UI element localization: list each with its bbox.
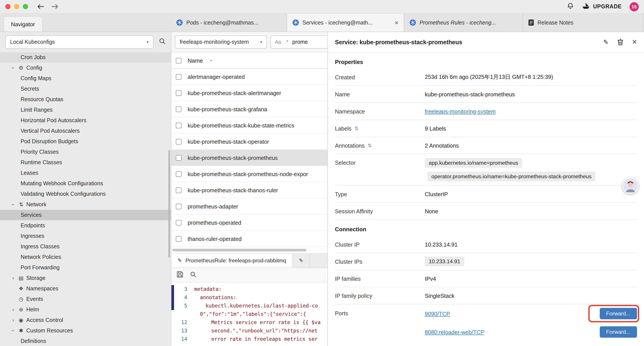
notification-count-badge[interactable]: 15 — [630, 2, 639, 11]
app-tab-release-notes[interactable]: Release Notes — [523, 13, 644, 31]
sidebar-item-cron-jobs[interactable]: Cron Jobs — [0, 52, 171, 63]
minimize-window-button[interactable] — [14, 4, 19, 9]
sidebar-item-namespaces[interactable]: ❖Namespaces — [0, 283, 171, 294]
sidebar-item-endpoints[interactable]: Endpoints — [0, 220, 171, 231]
sidebar-item-helm[interactable]: ›⊛Helm — [0, 304, 171, 315]
chevron-right-icon[interactable]: › — [10, 307, 17, 313]
row-checkbox[interactable] — [176, 171, 182, 177]
forward-button[interactable]: Forward... — [600, 326, 637, 338]
sidebar-item-port-forwarding[interactable]: Port Forwarding — [0, 262, 171, 273]
sidebar-item-validating-webhook-configurations[interactable]: Validating Webhook Configurations — [0, 189, 171, 199]
save-icon[interactable] — [177, 271, 183, 279]
sidebar-item-secrets[interactable]: Secrets — [0, 84, 171, 94]
sidebar-item-vertical-pod-autoscalers[interactable]: Vertical Pod Autoscalers — [0, 126, 171, 136]
service-row-kube-prometheus-stack-kube-state-metrics[interactable]: kube-prometheus-stack-kube-state-metrics — [172, 117, 328, 134]
sidebar-item-events[interactable]: ◷Events — [0, 294, 171, 304]
back-button[interactable] — [37, 3, 44, 10]
app-tab-services-icecheng-math[interactable]: Services - icecheng@math...× — [287, 13, 404, 31]
notifications-bell-icon[interactable] — [566, 2, 574, 11]
sidebar-item-limit-ranges[interactable]: Limit Ranges — [0, 105, 171, 115]
close-window-button[interactable] — [5, 4, 10, 9]
port-link-8080[interactable]: 8080:reloader-web/TCP — [425, 329, 484, 335]
row-checkbox[interactable] — [176, 203, 182, 209]
sidebar-item-runtime-classes[interactable]: Runtime Classes — [0, 157, 171, 168]
service-row-alertmanager-operated[interactable]: alertmanager-operated — [172, 69, 328, 85]
sidebar-item-pod-disruption-budgets[interactable]: Pod Disruption Budgets — [0, 136, 171, 147]
forward-button-nav[interactable] — [51, 3, 59, 10]
row-checkbox[interactable] — [176, 122, 182, 128]
service-row-prometheus-operated[interactable]: prometheus-operated — [172, 215, 328, 231]
kubeconfig-select[interactable]: Local Kubeconfigs ▾ — [5, 35, 154, 49]
chevron-right-icon[interactable]: › — [10, 317, 17, 323]
service-row-kube-prometheus-stack-prometheus-node-expor[interactable]: kube-prometheus-stack-prometheus-node-ex… — [172, 166, 328, 182]
edit-icon[interactable]: ✎ — [603, 38, 608, 45]
zoom-window-button[interactable] — [23, 4, 28, 9]
close-icon[interactable]: × — [632, 37, 637, 47]
chevron-down-icon: ▾ — [260, 40, 262, 44]
chevron-down-icon[interactable]: › — [10, 201, 16, 208]
line-number: 5 — [172, 302, 187, 310]
service-row-kube-prometheus-stack-thanos-ruler[interactable]: kube-prometheus-stack-thanos-ruler — [172, 182, 328, 198]
close-tab-icon[interactable]: × — [392, 19, 398, 26]
row-checkbox[interactable] — [176, 155, 182, 161]
row-checkbox[interactable] — [176, 74, 182, 79]
row-checkbox[interactable] — [176, 106, 182, 112]
service-search-input[interactable]: Aa .* prome — [270, 35, 328, 49]
expand-collapse-icon[interactable]: ⇅ — [368, 143, 372, 148]
service-row-kube-prometheus-stack-prometheus[interactable]: kube-prometheus-stack-prometheus — [172, 150, 328, 166]
row-checkbox[interactable] — [176, 236, 182, 242]
chevron-right-icon[interactable]: › — [10, 275, 17, 281]
regex-toggle[interactable]: .* — [285, 39, 288, 45]
service-row-prometheus-adapter[interactable]: prometheus-adapter — [172, 198, 328, 215]
horizontal-scrollbar[interactable] — [172, 247, 328, 254]
forward-button[interactable]: Forward... — [600, 308, 637, 319]
sidebar-item-priority-classes[interactable]: Priority Classes — [0, 147, 171, 157]
row-checkbox[interactable] — [176, 90, 182, 96]
sidebar-scrollbar[interactable] — [168, 150, 170, 258]
sidebar-item-storage[interactable]: ›▤Storage — [0, 273, 171, 283]
sidebar-item-network-policies[interactable]: Network Policies — [0, 252, 171, 262]
yaml-editor[interactable]: 3metadata:4annotations:5kubectl.kubernet… — [172, 283, 328, 346]
sidebar-item-ingress-classes[interactable]: Ingress Classes — [0, 241, 171, 252]
sidebar-item-mutating-webhook-configurations[interactable]: Mutating Webhook Configurations — [0, 178, 171, 189]
editor-tab-partial[interactable]: ✎ — [293, 254, 310, 268]
sidebar-item-leases[interactable]: Leases — [0, 168, 171, 178]
sort-ascending-icon[interactable]: › — [208, 59, 213, 61]
service-row-kube-prometheus-stack-operator[interactable]: kube-prometheus-stack-operator — [172, 134, 328, 150]
sidebar-item-config[interactable]: ›⚙Config — [0, 63, 171, 73]
expand-collapse-icon[interactable]: ⇅ — [354, 125, 358, 131]
match-case-toggle[interactable]: Aa — [275, 39, 281, 45]
sidebar-item-custom-resources[interactable]: ›✱Custom Resources — [0, 326, 171, 336]
sidebar-item-resource-quotas[interactable]: Resource Quotas — [0, 94, 171, 105]
app-tab-pods-icecheng-mathmas[interactable]: Pods - icecheng@mathmas... — [171, 13, 287, 31]
sidebar-item-config-maps[interactable]: Config Maps — [0, 73, 171, 84]
trash-icon[interactable] — [617, 38, 624, 45]
sidebar-item-ingresses[interactable]: Ingresses — [0, 231, 171, 241]
user-avatar[interactable] — [622, 177, 639, 194]
scrollbar-thumb[interactable] — [172, 249, 306, 251]
service-row-kube-prometheus-stack-grafana[interactable]: kube-prometheus-stack-grafana — [172, 101, 328, 117]
navigator-tab[interactable]: Navigator — [4, 16, 42, 31]
sidebar-search-icon[interactable] — [159, 38, 166, 46]
app-tab-prometheus-rules-icecheng[interactable]: Prometheus Rules - icecheng... — [404, 13, 523, 31]
sidebar-item-services[interactable]: Services — [0, 210, 171, 220]
upgrade-button[interactable]: UPGRADE — [582, 3, 622, 10]
namespace-link[interactable]: freeleaps-monitoring-system — [425, 108, 496, 114]
chevron-down-icon[interactable]: › — [10, 64, 16, 71]
sidebar-item-network[interactable]: ›⇅Network — [0, 199, 171, 210]
namespace-select[interactable]: freeleaps-monitoring-system ▾ — [175, 35, 267, 49]
service-row-thanos-ruler-operated[interactable]: thanos-ruler-operated — [172, 231, 328, 247]
select-all-checkbox[interactable] — [176, 58, 182, 63]
service-row-kube-prometheus-stack-alertmanager[interactable]: kube-prometheus-stack-alertmanager — [172, 85, 328, 101]
editor-tab-prometheusrule[interactable]: ✎ PrometheusRule: freeleaps-prod-rabbitm… — [172, 254, 293, 268]
row-checkbox[interactable] — [176, 139, 182, 144]
port-link-9090[interactable]: 9090/TCP — [425, 310, 450, 317]
sidebar-item-definitions[interactable]: Definitions — [0, 336, 171, 346]
sidebar-item-access-control[interactable]: ›◉Access Control — [0, 315, 171, 326]
sidebar-item-horizontal-pod-autoscalers[interactable]: Horizontal Pod Autoscalers — [0, 115, 171, 126]
row-checkbox[interactable] — [176, 187, 182, 193]
editor-search-icon[interactable] — [190, 271, 196, 279]
column-header-name[interactable]: Name — [188, 57, 203, 64]
row-checkbox[interactable] — [176, 220, 182, 225]
chevron-down-icon[interactable]: › — [10, 327, 16, 334]
